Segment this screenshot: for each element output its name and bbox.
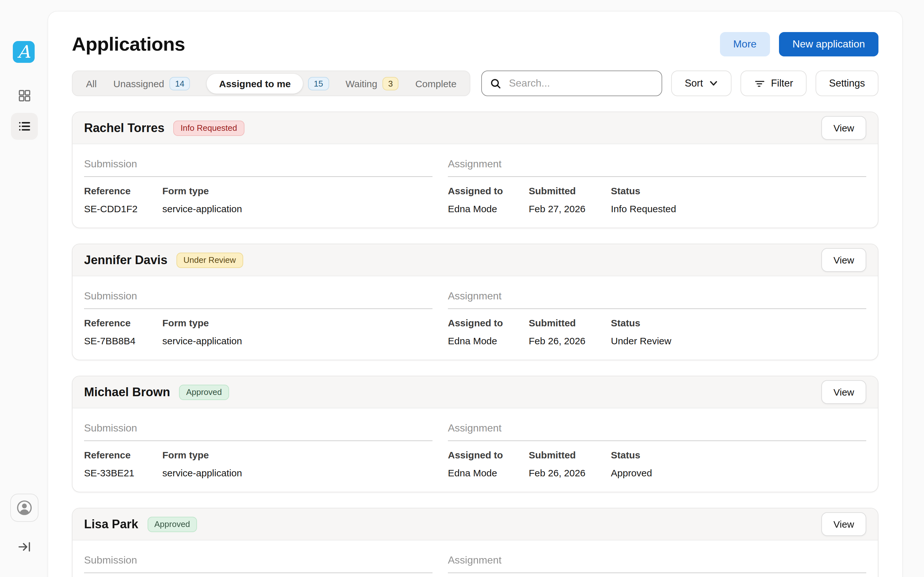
- page-title: Applications: [72, 33, 185, 55]
- status-badge: Info Requested: [174, 120, 244, 135]
- view-button[interactable]: View: [821, 116, 866, 140]
- card-header: Rachel Torres Info Requested View: [73, 112, 878, 144]
- assigned-to-value: Edna Mode: [448, 203, 529, 214]
- assignment-section: Assignment Assigned to Submitted Status …: [448, 408, 866, 478]
- section-divider: [84, 572, 433, 573]
- reference-value: SE-CDD1F2: [84, 203, 162, 214]
- form-type-column-header: Form type: [162, 318, 433, 328]
- submitted-value: Feb 27, 2026: [529, 203, 611, 214]
- assignment-section-label: Assignment: [448, 422, 866, 434]
- application-card-michael-brown: Michael Brown Approved View Submission R…: [72, 376, 879, 492]
- filter-tabs: All Unassigned 14 Assigned to me 15 Wait…: [72, 71, 471, 96]
- reference-column-header: Reference: [84, 185, 162, 196]
- search-box[interactable]: [481, 71, 662, 96]
- submitted-value: Feb 26, 2026: [529, 467, 611, 478]
- app-logo[interactable]: A: [13, 41, 35, 63]
- filter-lines-icon: [754, 77, 765, 89]
- form-type-value: service-application: [162, 203, 433, 214]
- submission-section: Submission Reference Form type SE-7BB8B4…: [84, 276, 433, 346]
- user-avatar-button[interactable]: [10, 494, 39, 522]
- status-badge: Approved: [179, 384, 229, 400]
- card-body: Submission Reference Form type SE-33BE21…: [73, 408, 878, 478]
- view-button[interactable]: View: [821, 512, 866, 536]
- assignment-section-label: Assignment: [448, 554, 866, 566]
- form-type-column-header: Form type: [162, 450, 433, 460]
- status-value: Approved: [611, 467, 866, 478]
- card-header: Lisa Park Approved View: [73, 508, 878, 540]
- applicant-name: Lisa Park: [84, 517, 138, 531]
- application-card-rachel-torres: Rachel Torres Info Requested View Submis…: [72, 111, 879, 228]
- app-window: A: [0, 0, 924, 577]
- settings-button[interactable]: Settings: [816, 71, 879, 96]
- tab-unassigned[interactable]: Unassigned 14: [105, 77, 198, 90]
- submission-section-label: Submission: [84, 158, 433, 170]
- more-button[interactable]: More: [720, 32, 770, 56]
- card-body: Submission Assignment: [73, 540, 878, 577]
- tab-assigned-to-me-count: 15: [308, 77, 329, 90]
- tab-waiting[interactable]: Waiting 3: [337, 77, 407, 90]
- application-card-jennifer-davis: Jennifer Davis Under Review View Submiss…: [72, 243, 879, 360]
- person-icon: [15, 499, 33, 517]
- applicant-name: Rachel Torres: [84, 121, 165, 135]
- sort-button[interactable]: Sort: [671, 71, 731, 96]
- sidebar-item-dashboard[interactable]: [0, 89, 48, 103]
- search-input[interactable]: [507, 77, 654, 90]
- tab-all[interactable]: All: [78, 78, 105, 89]
- card-body: Submission Reference Form type SE-CDD1F2…: [73, 144, 878, 214]
- sort-button-label: Sort: [685, 77, 703, 89]
- settings-button-label: Settings: [829, 77, 865, 89]
- assigned-to-column-header: Assigned to: [448, 185, 529, 196]
- card-header: Jennifer Davis Under Review View: [73, 244, 878, 276]
- assignment-section: Assignment Assigned to Submitted Status …: [448, 144, 866, 214]
- list-icon: [17, 119, 31, 133]
- status-column-header: Status: [611, 185, 866, 196]
- status-value: Info Requested: [611, 203, 866, 214]
- filter-button-label: Filter: [771, 77, 793, 89]
- toolbar: All Unassigned 14 Assigned to me 15 Wait…: [72, 71, 879, 96]
- assignment-section: Assignment Assigned to Submitted Status …: [448, 276, 866, 346]
- sidebar-logout-button[interactable]: [0, 540, 48, 554]
- submission-section: Submission: [84, 540, 433, 577]
- status-badge: Approved: [147, 516, 197, 532]
- section-divider: [84, 176, 433, 177]
- page-header: Applications More New application: [72, 32, 879, 56]
- reference-column-header: Reference: [84, 318, 162, 328]
- status-badge: Under Review: [176, 252, 243, 268]
- card-header: Michael Brown Approved View: [73, 376, 878, 408]
- applicant-name: Michael Brown: [84, 385, 170, 399]
- applicant-name: Jennifer Davis: [84, 253, 168, 267]
- chevron-down-icon: [709, 79, 718, 88]
- form-type-column-header: Form type: [162, 185, 433, 196]
- tab-unassigned-count: 14: [170, 77, 190, 90]
- submitted-value: Feb 26, 2026: [529, 335, 611, 346]
- section-divider: [448, 440, 866, 441]
- applications-list: Rachel Torres Info Requested View Submis…: [72, 111, 879, 577]
- submitted-column-header: Submitted: [529, 185, 611, 196]
- submission-section-label: Submission: [84, 422, 433, 434]
- view-button[interactable]: View: [821, 248, 866, 272]
- submission-section-label: Submission: [84, 290, 433, 302]
- application-card-lisa-park: Lisa Park Approved View Submission: [72, 508, 879, 577]
- tab-waiting-label: Waiting: [346, 78, 377, 89]
- filter-button[interactable]: Filter: [740, 71, 806, 96]
- reference-column-header: Reference: [84, 450, 162, 460]
- logout-arrow-icon: [17, 540, 31, 554]
- sidebar-item-applications-list[interactable]: [11, 113, 38, 140]
- search-icon: [489, 77, 502, 89]
- tab-unassigned-label: Unassigned: [113, 78, 164, 89]
- reference-value: SE-33BE21: [84, 467, 162, 478]
- assignment-section: Assignment: [448, 540, 866, 577]
- grid-icon: [17, 89, 31, 103]
- tab-waiting-count: 3: [383, 77, 399, 90]
- view-button[interactable]: View: [821, 380, 866, 404]
- status-column-header: Status: [611, 450, 866, 460]
- submission-section-label: Submission: [84, 554, 433, 566]
- tab-complete[interactable]: Complete: [407, 78, 465, 89]
- assigned-to-value: Edna Mode: [448, 335, 529, 346]
- reference-value: SE-7BB8B4: [84, 335, 162, 346]
- submission-section: Submission Reference Form type SE-33BE21…: [84, 408, 433, 478]
- tab-assigned-to-me[interactable]: Assigned to me 15: [199, 73, 337, 93]
- new-application-button[interactable]: New application: [779, 32, 879, 56]
- section-divider: [84, 440, 433, 441]
- assigned-to-value: Edna Mode: [448, 467, 529, 478]
